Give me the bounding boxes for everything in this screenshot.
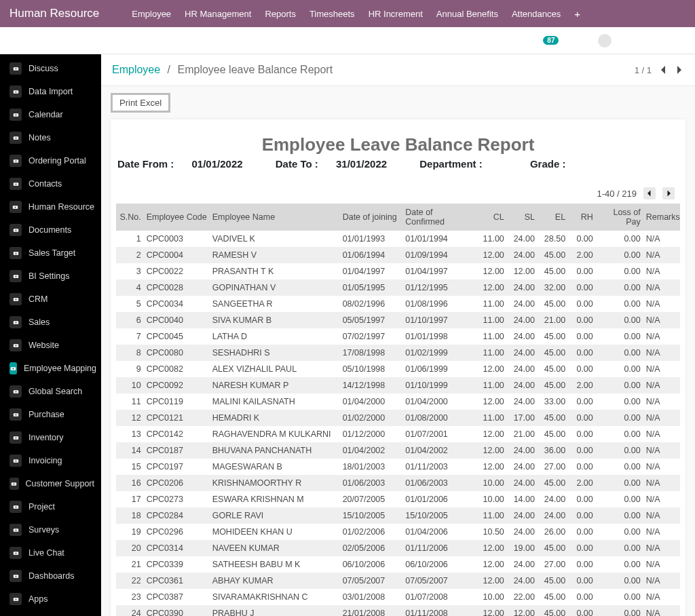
user-menu[interactable]: ADMINISTRATOR [598, 34, 681, 47]
cell: 0.00 [568, 540, 596, 556]
cell: 24.00 [507, 345, 538, 361]
cell: 0.00 [568, 605, 596, 616]
cell: 01/06/1999 [402, 361, 476, 377]
cell: HEMADRI K [210, 410, 340, 426]
cell: 24.00 [507, 296, 538, 312]
sidebar-item-sales[interactable]: Sales [0, 311, 101, 334]
cell: ABHAY KUMAR [210, 573, 340, 589]
nav-item-hr-increment[interactable]: HR Increment [369, 9, 423, 19]
nav-item-reports[interactable]: Reports [265, 9, 296, 19]
nav-item-annual-benefits[interactable]: Annual Benefits [436, 9, 498, 19]
table-row[interactable]: 20CPC0314NAVEEN KUMAR02/05/200601/11/200… [116, 540, 680, 556]
sidebar-item-invoicing[interactable]: Invoicing [0, 449, 101, 472]
breadcrumb-root[interactable]: Employee [112, 64, 160, 75]
table-row[interactable]: 3CPC0022PRASANTH T K01/04/199701/04/1997… [116, 263, 680, 280]
activity-icon[interactable] [509, 35, 519, 46]
sidebar-item-calendar[interactable]: Calendar [0, 103, 101, 126]
cell: MAGESWARAN B [210, 459, 340, 475]
cell: 11.00 [476, 296, 507, 312]
table-row[interactable]: 8CPC0080SESHADHRI S17/08/199801/02/19991… [116, 345, 680, 361]
sidebar-item-surveys[interactable]: Surveys [0, 518, 101, 541]
table-row[interactable]: 18CPC0284GORLE RAVI15/10/200515/10/20051… [116, 507, 680, 524]
table-row[interactable]: 4CPC0028GOPINATHAN V01/05/199501/12/1995… [116, 280, 680, 296]
table-row[interactable]: 2CPC0004RAMESH V01/06/199401/09/199412.0… [116, 247, 680, 263]
sidebar-item-data-import[interactable]: Data Import [0, 80, 101, 103]
sidebar-item-dashboards[interactable]: Dashboards [0, 564, 101, 588]
record-pager-next-button[interactable] [676, 66, 681, 74]
table-row[interactable]: 22CPC0361ABHAY KUMAR07/05/200707/05/2007… [116, 573, 680, 589]
table-row[interactable]: 15CPC0197MAGESWARAN B18/01/200301/11/200… [116, 459, 680, 475]
table-pager-prev-button[interactable] [643, 187, 656, 199]
cell: 20/07/2005 [340, 491, 403, 507]
table-row[interactable]: 17CPC0273ESWARA KRISHNAN M20/07/200501/0… [116, 491, 680, 507]
cell: 0.00 [596, 426, 643, 442]
sidebar-item-global-search[interactable]: Global Search [0, 380, 101, 403]
sidebar-item-employee-mapping[interactable]: Employee Mapping [0, 357, 101, 380]
cell: 0.00 [568, 280, 596, 296]
sidebar-item-crm[interactable]: CRM [0, 288, 101, 311]
table-row[interactable]: 11CPC0119MALINI KAILASNATH01/04/200001/0… [116, 393, 680, 410]
sidebar-item-documents[interactable]: Documents [0, 218, 101, 242]
print-excel-button[interactable]: Print Excel [111, 93, 170, 113]
col-code: Employee Code [144, 204, 210, 231]
table-row[interactable]: 21CPC0339SATHEESH BABU M K06/10/200606/1… [116, 556, 680, 573]
table-row[interactable]: 19CPC0296MOHIDEEN KHAN U01/02/200601/04/… [116, 524, 680, 540]
sidebar-item-inventory[interactable]: Inventory [0, 426, 101, 449]
cell: 18 [116, 507, 144, 524]
messages-button[interactable]: 87 [533, 36, 559, 45]
cell: 01/04/2000 [402, 393, 476, 410]
sidebar-item-project[interactable]: Project [0, 495, 101, 518]
nav-add-menu-button[interactable]: + [574, 8, 580, 20]
cell: 05/10/1998 [340, 361, 403, 377]
nav-item-hr-management[interactable]: HR Management [185, 9, 251, 19]
breadcrumb-sep: / [168, 64, 170, 75]
sidebar-item-purchase[interactable]: Purchase [0, 403, 101, 426]
table-row[interactable]: 13CPC0142RAGHAVENDRA M KULKARNI01/12/200… [116, 426, 680, 442]
sidebar-item-discuss[interactable]: Discuss [0, 57, 101, 80]
sidebar-item-live-chat[interactable]: Live Chat [0, 541, 101, 564]
col-doj: Date of joining [340, 204, 403, 231]
sidebar-item-contacts[interactable]: Contacts [0, 172, 101, 195]
table-row[interactable]: 5CPC0034SANGEETHA R08/02/199601/08/19961… [116, 296, 680, 312]
table-row[interactable]: 12CPC0121HEMADRI K01/02/200001/08/200011… [116, 410, 680, 426]
table-pager-next-button[interactable] [662, 187, 675, 199]
cell: 12.00 [476, 540, 507, 556]
sidebar-item-notes[interactable]: Notes [0, 126, 101, 149]
table-row[interactable]: 7CPC0045LATHA D07/02/199701/01/199811.00… [116, 328, 680, 345]
cell: N/A [643, 328, 680, 345]
table-row[interactable]: 16CPC0206KRISHNAMOORTHY R01/06/200301/06… [116, 475, 680, 491]
table-row[interactable]: 14CPC0187BHUVANA PANCHANATH01/04/200201/… [116, 442, 680, 459]
sidebar-item-human-resource[interactable]: Human Resource [0, 195, 101, 218]
record-pager-prev-button[interactable] [661, 66, 666, 74]
nav-item-timesheets[interactable]: Timesheets [309, 9, 355, 19]
sidebar-item-settings[interactable]: Settings [0, 611, 101, 616]
cell: 10 [116, 377, 144, 393]
sidebar-item-label: Sales Target [29, 248, 75, 258]
sidebar-item-website[interactable]: Website [0, 334, 101, 357]
sidebar-item-bi-settings[interactable]: BI Settings [0, 265, 101, 288]
svg-point-39 [15, 506, 16, 507]
sidebar-item-label: Dashboards [29, 571, 74, 581]
sidebar-item-customer-support[interactable]: Customer Support [0, 472, 101, 495]
systray: 87 ADMINISTRATOR [0, 27, 695, 54]
svg-point-7 [15, 137, 16, 138]
sidebar-item-label: Documents [29, 225, 71, 235]
table-row[interactable]: 6CPC0040SIVA KUMAR B05/05/199701/10/1997… [116, 312, 680, 328]
sidebar-item-label: Human Resource [29, 202, 94, 212]
cell: 0.00 [568, 573, 596, 589]
table-row[interactable]: 9CPC0082ALEX VIZHALIL PAUL05/10/199801/0… [116, 361, 680, 377]
profile-icon[interactable] [574, 35, 583, 46]
sidebar-item-apps[interactable]: Apps [0, 588, 101, 611]
table-row[interactable]: 23CPC0387SIVARAMAKRISHNAN C03/01/200801/… [116, 589, 680, 605]
table-row[interactable]: 1CPC0003VADIVEL K01/01/199301/01/199411.… [116, 231, 680, 247]
cell: CPC0004 [144, 247, 210, 263]
table-row[interactable]: 24CPC0390PRABHU J21/01/200801/11/200812.… [116, 605, 680, 616]
cell: 0.00 [596, 263, 643, 280]
nav-item-employee[interactable]: Employee [132, 9, 171, 19]
content-scroll[interactable]: Employee / Employee leave Balance Report… [101, 54, 695, 616]
table-row[interactable]: 10CPC0092NARESH KUMAR P14/12/199801/10/1… [116, 377, 680, 393]
sidebar-item-ordering-portal[interactable]: Ordering Portal [0, 149, 101, 172]
cell: 14/12/1998 [340, 377, 403, 393]
sidebar-item-sales-target[interactable]: Sales Target [0, 242, 101, 265]
nav-item-attendances[interactable]: Attendances [512, 9, 561, 19]
